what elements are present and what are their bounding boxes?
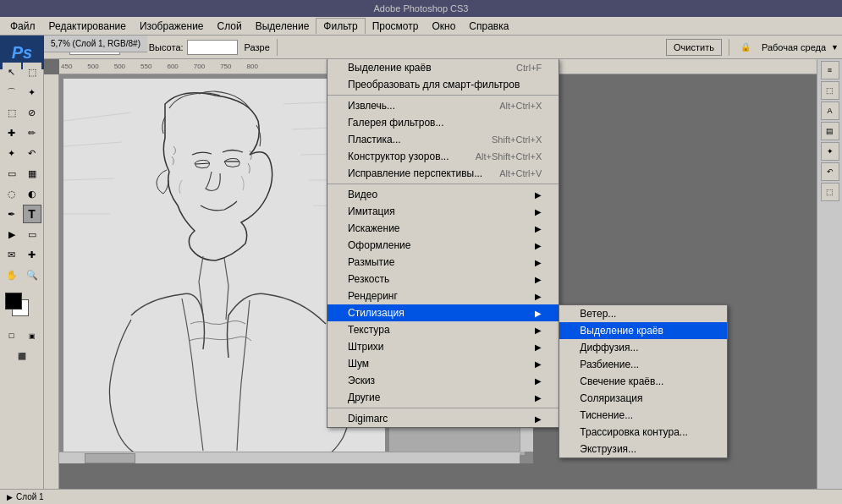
filter-noise[interactable]: Шум ▶ [327,355,559,372]
panel-btn-5[interactable]: ✦ [821,142,839,161]
filter-render[interactable]: Рендеринг ▶ [327,288,559,304]
panel-btn-4[interactable]: ▤ [821,122,839,140]
sep2 [729,39,729,56]
ps-logo-text: Ps [12,43,32,63]
wand-tool[interactable]: ✦ [23,83,41,101]
blur-tool[interactable]: ◌ [3,184,21,203]
filter-texture[interactable]: Текстура ▶ [327,321,559,338]
menu-file[interactable]: Файл [3,19,42,34]
menu-image[interactable]: Изображение [133,19,211,34]
filter-gallery[interactable]: Галерея фильтров... [327,114,559,131]
clear-button[interactable]: Очистить [666,39,722,56]
stylize-tiles[interactable]: Разбиение... [559,356,727,373]
sep2 [327,184,559,184]
stylize-trace[interactable]: Трассировка контура... [559,424,727,441]
resolution-label: Разре [245,42,270,52]
tool-row-3: ⬚ ⊘ [3,103,41,122]
filter-video[interactable]: Видео ▶ [327,186,559,203]
eyedropper-tool[interactable]: ✚ [23,245,41,264]
doc-size-info: Слой 1 [16,492,44,501]
stylize-solarize[interactable]: Соляризация [559,390,727,407]
sep1 [277,39,278,56]
dodge-tool[interactable]: ◐ [23,184,41,203]
tool-row-mode: ☐ ▣ [3,326,41,345]
heal-tool[interactable]: ✚ [3,123,21,142]
slice-tool[interactable]: ⊘ [23,103,41,122]
shape-tool[interactable]: ▭ [23,225,41,244]
filter-other[interactable]: Другие ▶ [327,389,559,406]
zoom-tool[interactable]: 🔍 [23,266,41,284]
stylize-wind[interactable]: Ветер... [559,305,727,322]
panel-btn-6[interactable]: ↶ [821,162,839,181]
menu-filter[interactable]: Фильтр [316,18,365,34]
tool-row-4: ✚ ✏ [3,123,41,142]
stylize-emboss[interactable]: Тиснение... [559,407,727,424]
hand-tool[interactable]: ✋ [3,266,21,284]
canvas-zoom-info: 5,7% (Слой 1, RGB/8#) [51,39,140,48]
horizontal-scrollbar[interactable] [59,452,520,463]
type-tool[interactable]: T [23,205,41,223]
history-tool[interactable]: ↶ [23,144,41,162]
normal-mode-btn[interactable]: ☐ [3,326,21,345]
tool-row-5: ✦ ↶ [3,144,41,162]
canvas-area: 450 500 500 550 600 700 750 800 [44,59,817,489]
eraser-tool[interactable]: ▭ [3,164,21,183]
filter-stylize[interactable]: Стилизация ▶ Ветер... Выделение краёв Ди… [327,304,559,321]
filter-blur[interactable]: Размытие ▶ [327,254,559,271]
height-label: Высота: [149,42,184,52]
marquee-tool[interactable]: ⬚ [23,63,41,81]
screen-mode-btn[interactable]: ⬛ [13,347,31,365]
color-area [3,289,41,321]
menu-layer[interactable]: Слой [211,19,249,34]
filter-distortion[interactable]: Искажение ▶ [327,220,559,237]
move-tool[interactable]: ↖ [3,63,21,81]
pen-tool[interactable]: ✒ [3,205,21,223]
right-panel: ≡ ⬚ A ▤ ✦ ↶ ⬚ [817,59,842,489]
filter-sharp[interactable]: Резкость ▶ [327,271,559,288]
stylize-submenu: Ветер... Выделение краёв Диффузия... Раз… [559,304,728,458]
stamp-tool[interactable]: ✦ [3,144,21,162]
menu-bar: Файл Редактирование Изображение Слой Выд… [0,17,842,36]
filter-imitation[interactable]: Имитация ▶ [327,203,559,220]
stylize-extrude[interactable]: Экструзия... [559,441,727,457]
stylize-glow[interactable]: Свечение краёв... [559,373,727,390]
filter-last-used[interactable]: Выделение краёв Ctrl+F [327,59,559,76]
lasso-tool[interactable]: ⌒ [3,83,21,101]
main-area: ↖ ⬚ ⌒ ✦ ⬚ ⊘ ✚ ✏ ✦ ↶ ▭ ▦ ◌ ◐ ✒ T [0,59,842,489]
panel-btn-2[interactable]: ⬚ [821,81,839,100]
filter-sketch[interactable]: Эскиз ▶ [327,372,559,389]
panel-btn-3[interactable]: A [821,101,839,120]
filter-perspective[interactable]: Исправление перспективы... Alt+Ctrl+V [327,165,559,182]
filter-dropdown: Выделение краёв Ctrl+F Преобразовать для… [327,59,559,428]
menu-window[interactable]: Окно [425,19,462,34]
panel-btn-7[interactable]: ⬚ [821,183,839,201]
menu-view[interactable]: Просмотр [366,19,426,34]
quick-mask-btn[interactable]: ▣ [23,326,41,345]
menu-help[interactable]: Справка [462,19,515,34]
menu-select[interactable]: Выделение [249,19,316,34]
status-bar: ▶ Слой 1 [0,489,842,504]
gradient-tool[interactable]: ▦ [23,164,41,183]
filter-design[interactable]: Оформление ▶ [327,237,559,254]
filter-strokes[interactable]: Штрихи ▶ [327,338,559,355]
tool-row-view: ⬛ [13,347,31,365]
brush-tool[interactable]: ✏ [23,123,41,142]
filter-plastic[interactable]: Пластика... Shift+Ctrl+X [327,131,559,148]
status-arrow[interactable]: ▶ [7,493,13,501]
filter-digimarc[interactable]: Digimarc ▶ [327,410,559,427]
stylize-diffuse[interactable]: Диффузия... [559,339,727,356]
tool-row-2: ⌒ ✦ [3,83,41,101]
menu-edit[interactable]: Редактирование [42,19,133,34]
filter-smart[interactable]: Преобразовать для смарт-фильтров [327,76,559,93]
stylize-find-edges[interactable]: Выделение краёв [559,322,727,339]
panel-btn-1[interactable]: ≡ [821,61,839,79]
notes-tool[interactable]: ✉ [3,245,21,264]
workspace-arrow[interactable]: ▼ [831,43,839,52]
filter-pattern[interactable]: Конструктор узоров... Alt+Shift+Ctrl+X [327,148,559,165]
foreground-color-swatch[interactable] [5,293,22,310]
path-select-tool[interactable]: ▶ [3,225,21,244]
tool-row-6: ▭ ▦ [3,164,41,183]
crop-tool[interactable]: ⬚ [3,103,21,122]
height-input[interactable] [187,40,238,55]
filter-extract[interactable]: Извлечь... Alt+Ctrl+X [327,97,559,114]
